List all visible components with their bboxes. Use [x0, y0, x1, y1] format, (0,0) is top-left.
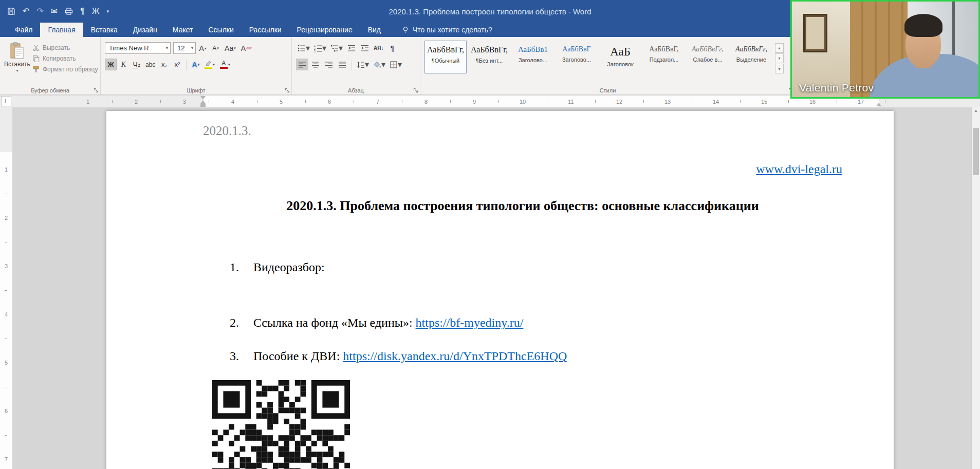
style-subtitle[interactable]: АаБбВвГ, Подзагол...: [643, 41, 685, 73]
text-highlight-button[interactable]: ▾: [202, 59, 217, 70]
decrease-indent-button[interactable]: [345, 42, 358, 54]
style-preview: АаБбВвГ: [562, 46, 590, 53]
ruler-number: 1: [5, 166, 8, 173]
align-center-button[interactable]: [309, 59, 322, 70]
shading-dropdown-icon: ▾: [381, 60, 385, 69]
paste-button[interactable]: Вставить ▾: [4, 42, 30, 86]
tab-references[interactable]: Ссылки: [200, 23, 241, 37]
tab-home[interactable]: Главная: [40, 23, 83, 37]
borders-button[interactable]: ▾: [388, 59, 403, 70]
font-size-combobox[interactable]: 12 ▾: [173, 42, 196, 54]
gallery-scroll-down-button[interactable]: ▾: [775, 53, 784, 63]
copy-button[interactable]: Копировать: [32, 55, 98, 62]
underline-button[interactable]: Ч▾: [131, 59, 142, 70]
bold-button[interactable]: Ж: [105, 59, 117, 70]
font-dialog-launcher-icon[interactable]: [285, 88, 290, 93]
bold-qat-icon[interactable]: Ж: [92, 7, 100, 15]
tab-review[interactable]: Рецензирование: [289, 23, 360, 37]
ruler-number: 15: [761, 99, 767, 105]
style-title[interactable]: АаБ Заголовок: [599, 41, 641, 73]
undo-icon[interactable]: ↶: [23, 7, 29, 15]
italic-button[interactable]: К: [118, 59, 130, 70]
font-family-dropdown-icon: ▾: [166, 46, 168, 50]
align-right-button[interactable]: [323, 59, 335, 70]
list-number: 1.: [230, 259, 253, 275]
first-line-indent-marker[interactable]: [200, 96, 206, 100]
list-hyperlink[interactable]: https://disk.yandex.ru/d/YnxTPDThcE6HQQ: [343, 349, 567, 363]
pilcrow-qat-icon[interactable]: ¶: [80, 7, 85, 15]
line-spacing-button[interactable]: ▾: [355, 59, 371, 70]
sort-button[interactable]: АЯ↓: [372, 42, 385, 54]
change-case-button[interactable]: Аа▾: [223, 42, 238, 54]
justify-button[interactable]: [336, 59, 348, 70]
increase-indent-button[interactable]: [359, 42, 371, 54]
redo-icon[interactable]: ↷: [36, 7, 43, 15]
align-left-button[interactable]: [296, 59, 308, 70]
font-family-combobox[interactable]: Times New R ▾: [105, 42, 171, 54]
tab-stop-selector[interactable]: L: [1, 96, 11, 106]
bullet-list-button[interactable]: ▾: [296, 42, 311, 54]
customize-qat-arrow-icon[interactable]: ▾: [107, 9, 109, 14]
format-painter-button[interactable]: Формат по образцу: [32, 66, 98, 73]
left-indent-marker[interactable]: [200, 100, 206, 104]
tab-file[interactable]: Файл: [7, 23, 40, 37]
tab-layout[interactable]: Макет: [165, 23, 201, 37]
ruler-number: 2: [135, 99, 138, 105]
email-icon[interactable]: ✉: [51, 7, 58, 15]
vertical-scrollbar[interactable]: ▲: [971, 107, 980, 469]
left-indent-box-marker[interactable]: [200, 104, 206, 107]
grow-font-button[interactable]: А▴: [197, 42, 209, 54]
paragraph-row-1: ▾ 123 ▾ ▾ АЯ↓ ¶: [296, 42, 416, 54]
shrink-font-button[interactable]: А▾: [210, 42, 221, 54]
superscript-button[interactable]: x²: [171, 59, 183, 70]
tab-view[interactable]: Вид: [360, 23, 389, 37]
divider: [352, 60, 352, 70]
ruler-tick: [595, 100, 596, 103]
clipboard-group-label: Буфер обмена: [0, 87, 100, 93]
list-text: Видеоразбор:: [253, 259, 325, 275]
document-page[interactable]: 2020.1.3. www.dvi-legal.ru 2020.1.3. Про…: [106, 111, 894, 469]
tab-mailings[interactable]: Рассылки: [242, 23, 289, 37]
font-size-dropdown-icon: ▾: [191, 46, 193, 50]
ruler-tick: [450, 100, 451, 103]
styles-gallery: АаБбВвГг, ¶Обычный АаБбВвГг, ¶Без инт...…: [424, 41, 772, 73]
cut-button[interactable]: Вырезать: [32, 44, 98, 51]
tell-me-box[interactable]: Что вы хотите сделать?: [402, 23, 492, 37]
font-color-button[interactable]: А ▾: [218, 59, 232, 70]
save-icon[interactable]: [7, 7, 15, 15]
right-indent-marker[interactable]: [876, 103, 881, 106]
site-hyperlink[interactable]: www.dvi-legal.ru: [756, 162, 842, 176]
list-hyperlink[interactable]: https://bf-myediny.ru/: [416, 316, 524, 329]
gallery-scroll-up-button[interactable]: ▴: [775, 43, 784, 53]
clear-formatting-button[interactable]: А: [239, 42, 253, 54]
style-no-spacing[interactable]: АаБбВвГг, ¶Без инт...: [468, 41, 510, 73]
clipboard-dialog-launcher-icon[interactable]: [94, 88, 99, 93]
copy-label: Копировать: [43, 55, 76, 62]
style-label: Выделение: [736, 57, 766, 63]
strikethrough-button[interactable]: abc: [143, 59, 157, 70]
gallery-more-button[interactable]: ▾: [775, 64, 784, 73]
tab-insert[interactable]: Вставка: [83, 23, 125, 37]
shading-button[interactable]: ▾: [372, 59, 387, 70]
lightbulb-icon: [402, 26, 409, 33]
style-emphasis[interactable]: АаБбВвГг, Выделение: [730, 41, 772, 73]
tab-design[interactable]: Дизайн: [125, 23, 165, 37]
style-normal[interactable]: АаБбВвГг, ¶Обычный: [424, 41, 467, 73]
paragraph-dialog-launcher-icon[interactable]: [413, 88, 418, 93]
multilevel-list-button[interactable]: ▾: [329, 42, 344, 54]
scrollbar-thumb[interactable]: [973, 128, 979, 175]
text-effects-button[interactable]: А▾: [190, 59, 201, 70]
print-icon[interactable]: [65, 8, 73, 15]
quick-access-toolbar: ↶ ↷ ✉ ¶ Ж ▾: [0, 7, 109, 15]
scroll-up-arrow-icon[interactable]: ▲: [972, 108, 980, 113]
ruler-tick: [5, 194, 7, 194]
subscript-button[interactable]: x₂: [158, 59, 170, 70]
show-formatting-marks-button[interactable]: ¶: [386, 42, 399, 54]
style-heading1[interactable]: АаБбВв1 Заголово...: [512, 41, 554, 73]
ruler-tick: [112, 100, 113, 103]
grow-font-letter: А: [199, 44, 204, 52]
ruler-tick: [692, 100, 692, 103]
numbered-list-button[interactable]: 123 ▾: [312, 42, 328, 54]
style-heading2[interactable]: АаБбВвГ Заголово...: [556, 41, 598, 73]
style-subtle-emphasis[interactable]: АаБбВвГг, Слабое в...: [687, 41, 729, 73]
